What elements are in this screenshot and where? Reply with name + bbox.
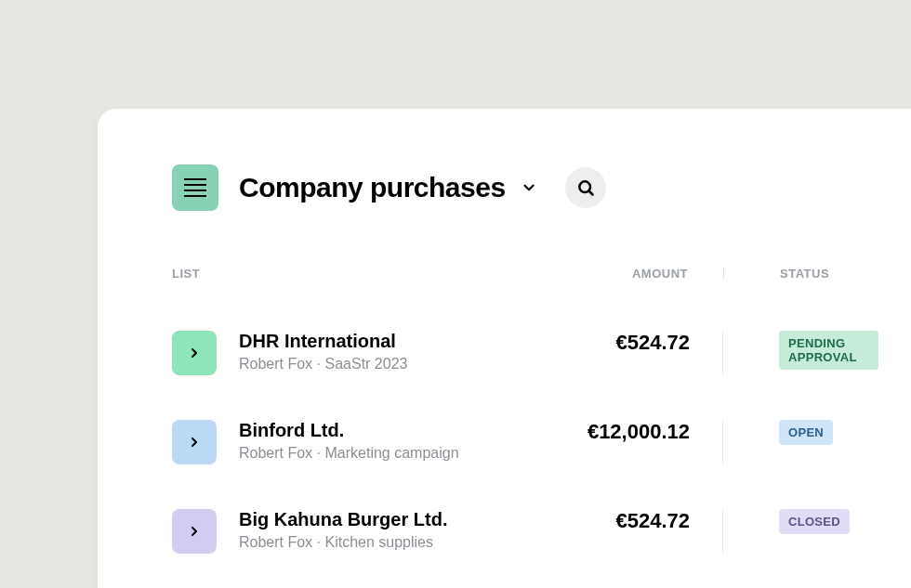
chevron-right-icon xyxy=(187,524,202,539)
item-status-cell: PENDING APPROVAL xyxy=(722,331,878,375)
chevron-down-icon xyxy=(521,179,537,196)
list-item[interactable]: DHR International Robert Fox · SaaStr 20… xyxy=(172,308,878,398)
menu-icon xyxy=(184,178,206,197)
item-main: DHR International Robert Fox · SaaStr 20… xyxy=(239,331,495,372)
status-badge: CLOSED xyxy=(779,509,850,534)
column-status-header: STATUS xyxy=(723,267,878,281)
item-open-button[interactable] xyxy=(172,420,217,464)
item-subtitle: Robert Fox · Kitchen supplies xyxy=(239,534,495,551)
item-open-button[interactable] xyxy=(172,509,217,554)
status-badge: PENDING APPROVAL xyxy=(779,331,878,370)
item-status-cell: CLOSED xyxy=(722,509,878,554)
item-main: Big Kahuna Burger Ltd. Robert Fox · Kitc… xyxy=(239,509,495,551)
item-name: Big Kahuna Burger Ltd. xyxy=(239,509,495,530)
purchase-list: DHR International Robert Fox · SaaStr 20… xyxy=(172,308,878,576)
header: Company purchases xyxy=(172,164,878,211)
item-amount: €524.72 xyxy=(495,331,690,355)
search-button[interactable] xyxy=(565,167,606,208)
title-dropdown[interactable]: Company purchases xyxy=(239,172,537,203)
item-status-cell: OPEN xyxy=(722,420,878,464)
item-subtitle: Robert Fox · SaaStr 2023 xyxy=(239,356,495,372)
search-icon xyxy=(576,178,595,197)
column-amount-header: AMOUNT xyxy=(437,267,688,281)
item-open-button[interactable] xyxy=(172,331,217,375)
list-item[interactable]: Binford Ltd. Robert Fox · Marketing camp… xyxy=(172,398,878,487)
menu-button[interactable] xyxy=(172,164,218,211)
status-badge: OPEN xyxy=(779,420,833,445)
main-card: Company purchases LIST AMOUNT STATUS DHR… xyxy=(98,109,911,588)
item-amount: €12,000.12 xyxy=(495,420,690,444)
item-name: DHR International xyxy=(239,331,495,352)
page-title: Company purchases xyxy=(239,172,506,203)
column-list-header: LIST xyxy=(172,267,437,281)
column-headers: LIST AMOUNT STATUS xyxy=(172,267,878,281)
chevron-right-icon xyxy=(187,346,202,360)
item-main: Binford Ltd. Robert Fox · Marketing camp… xyxy=(239,420,495,462)
chevron-right-icon xyxy=(187,435,202,450)
item-amount: €524.72 xyxy=(495,509,690,533)
svg-line-1 xyxy=(588,191,592,195)
list-item[interactable]: Big Kahuna Burger Ltd. Robert Fox · Kitc… xyxy=(172,487,878,576)
item-name: Binford Ltd. xyxy=(239,420,495,441)
item-subtitle: Robert Fox · Marketing campaign xyxy=(239,445,495,462)
